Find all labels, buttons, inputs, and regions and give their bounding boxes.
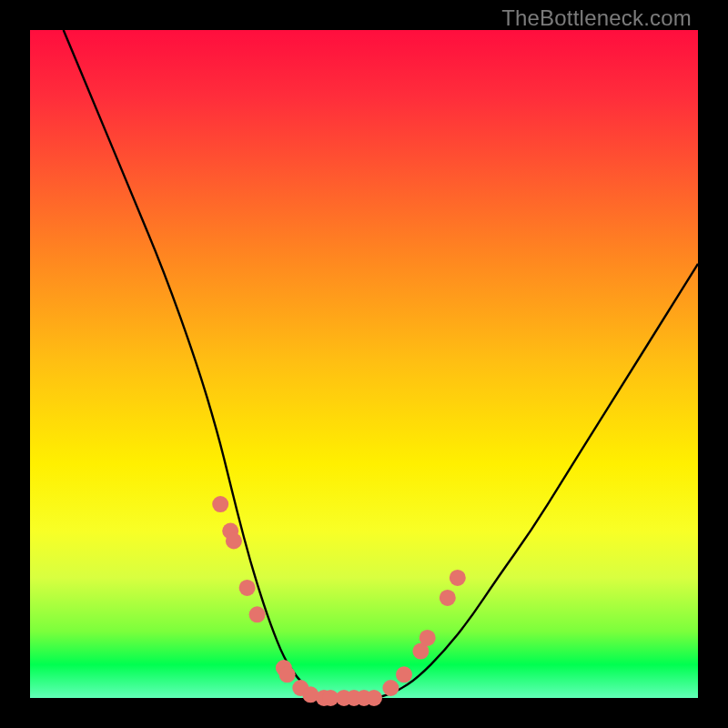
highlight-dot [440, 590, 456, 606]
chart-plot-area [30, 30, 698, 698]
source-watermark: TheBottleneck.com [501, 5, 692, 31]
highlight-dot [212, 496, 228, 512]
highlight-dot [366, 690, 382, 706]
highlight-dot [279, 666, 296, 682]
highlight-dots [30, 30, 698, 698]
highlight-dot [226, 533, 242, 550]
highlight-dot [396, 666, 412, 682]
highlight-dot [382, 680, 399, 696]
highlight-dot [420, 630, 436, 646]
highlight-dot [450, 570, 466, 586]
highlight-dot [239, 580, 256, 596]
highlight-dot [249, 606, 266, 622]
